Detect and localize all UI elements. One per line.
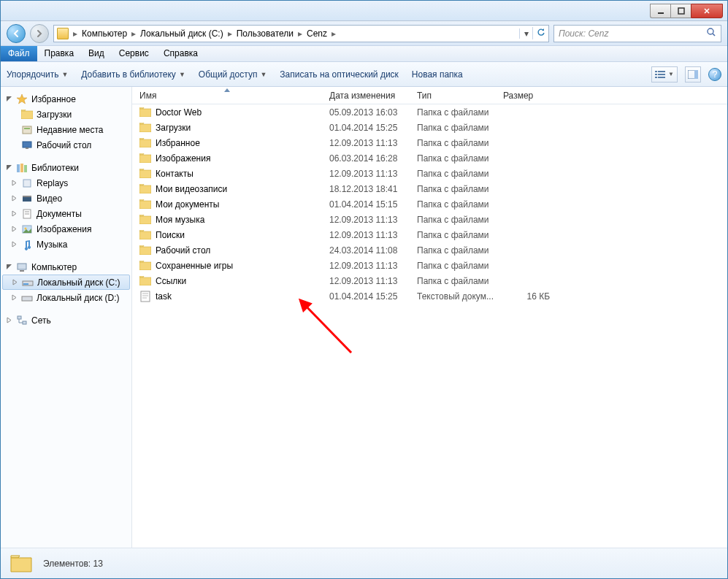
menu-view[interactable]: Вид [81,46,112,61]
file-row[interactable]: Мои документы01.04.2014 15:15Папка с фай… [132,196,727,212]
expand-icon[interactable] [10,225,18,233]
view-mode-button[interactable]: ▼ [651,66,678,83]
file-row[interactable]: Сохраненные игры12.09.2013 11:13Папка с … [132,258,727,273]
collapse-icon[interactable] [5,95,13,103]
tree-images[interactable]: Изображения [1,221,131,237]
tree-favorites[interactable]: Избранное [1,91,131,107]
search-input[interactable]: Поиск: Cenz [553,25,721,42]
svg-rect-6 [655,74,657,75]
address-dropdown[interactable]: ▾ [519,28,532,39]
file-type: Текстовый докум... [410,291,496,302]
menu-edit[interactable]: Правка [37,46,82,61]
folder-icon [9,552,33,575]
tree-documents[interactable]: Документы [1,206,131,221]
chevron-right-icon[interactable]: ▸ [296,28,304,39]
help-button[interactable]: ? [708,68,721,81]
svg-rect-30 [23,283,28,285]
expand-icon[interactable] [10,240,18,248]
address-bar[interactable]: ▸ Компьютер ▸ Локальный диск (C:) ▸ Поль… [53,25,549,42]
tree-network[interactable]: Сеть [1,312,131,328]
music-library-icon [21,239,33,250]
breadcrumb-computer[interactable]: Компьютер [79,28,130,39]
file-type: Папка с файлами [410,199,496,210]
column-date[interactable]: Дата изменения [322,87,410,104]
tree-computer[interactable]: Компьютер [1,259,131,275]
file-row[interactable]: Загрузки01.04.2014 15:25Папка с файлами [132,120,727,135]
file-row[interactable]: Контакты12.09.2013 11:13Папка с файлами [132,166,727,181]
file-row[interactable]: Doctor Web05.09.2013 16:03Папка с файлам… [132,104,727,120]
menu-help[interactable]: Справка [156,46,205,61]
refresh-button[interactable] [532,27,548,39]
file-row[interactable]: Рабочий стол24.03.2014 11:08Папка с файл… [132,242,727,258]
chevron-right-icon[interactable]: ▸ [72,28,79,39]
file-size: 16 КБ [496,291,562,302]
close-button[interactable] [691,4,723,18]
back-button[interactable] [7,24,26,43]
file-type: Папка с файлами [410,245,496,256]
file-type: Папка с файлами [410,169,496,179]
chevron-right-icon[interactable]: ▸ [130,28,137,39]
include-library-button[interactable]: Добавить в библиотеку▼ [81,69,185,80]
expand-icon[interactable] [10,179,18,187]
file-row[interactable]: Мои видеозаписи18.12.2013 18:41Папка с ф… [132,181,727,196]
svg-rect-18 [24,165,27,172]
expand-icon[interactable] [11,278,19,286]
file-date: 12.09.2013 11:13 [322,138,410,148]
tree-recent[interactable]: Недавние места [1,122,131,137]
breadcrumb-users[interactable]: Пользователи [234,28,296,39]
file-row[interactable]: Поиски12.09.2013 11:13Папка с файлами [132,227,727,242]
forward-button[interactable] [30,24,49,43]
expand-icon[interactable] [10,194,18,202]
svg-rect-33 [23,321,26,324]
column-size[interactable]: Размер [496,87,562,104]
tree-replays[interactable]: Replays [1,175,131,191]
file-row[interactable]: Изображения06.03.2014 16:28Папка с файла… [132,150,727,166]
star-icon [16,93,28,105]
search-placeholder: Поиск: Cenz [559,28,608,39]
network-icon [16,315,28,326]
explorer-window: ▸ Компьютер ▸ Локальный диск (C:) ▸ Поль… [0,0,728,579]
expand-icon[interactable] [10,210,18,218]
preview-pane-button[interactable] [685,66,701,83]
folder-icon [57,28,69,39]
tree-drive-c[interactable]: Локальный диск (C:) [2,275,130,290]
file-row[interactable]: Ссылки12.09.2013 11:13Папка с файлами [132,273,727,288]
file-date: 01.04.2014 15:25 [322,123,410,133]
minimize-button[interactable] [650,4,670,18]
collapse-icon[interactable] [5,164,13,172]
menu-file[interactable]: Файл [1,46,37,61]
breadcrumb-drive-c[interactable]: Локальный диск (C:) [137,28,226,39]
chevron-right-icon[interactable]: ▸ [330,28,337,39]
svg-rect-19 [23,180,31,187]
tree-downloads[interactable]: Загрузки [1,107,131,122]
expand-icon[interactable] [5,316,13,324]
tree-drive-d[interactable]: Локальный диск (D:) [1,290,131,305]
file-type: Папка с файлами [410,107,496,118]
burn-button[interactable]: Записать на оптический диск [280,69,399,80]
new-folder-button[interactable]: Новая папка [412,69,463,80]
tree-desktop[interactable]: Рабочий стол [1,137,131,153]
organize-button[interactable]: Упорядочить▼ [7,69,68,80]
tree-libraries[interactable]: Библиотеки [1,160,131,175]
file-name: Сохраненные игры [156,261,233,271]
file-list[interactable]: Doctor Web05.09.2013 16:03Папка с файлам… [132,104,727,548]
status-bar: Элементов: 13 [1,548,727,578]
collapse-icon[interactable] [5,263,13,271]
file-type: Папка с файлами [410,276,496,286]
maximize-button[interactable] [670,4,691,18]
share-button[interactable]: Общий доступ▼ [199,69,267,80]
column-name[interactable]: Имя [132,87,322,104]
tree-video[interactable]: Видео [1,191,131,206]
file-row[interactable]: Избранное12.09.2013 11:13Папка с файлами [132,135,727,150]
folder-icon [139,183,151,195]
menu-tools[interactable]: Сервис [112,46,156,61]
column-type[interactable]: Тип [410,87,496,104]
status-count: Элементов: 13 [43,559,103,569]
tree-music[interactable]: Музыка [1,237,131,252]
file-row[interactable]: task01.04.2014 15:25Текстовый докум...16… [132,288,727,304]
chevron-right-icon[interactable]: ▸ [226,28,234,39]
file-row[interactable]: Моя музыка12.09.2013 11:13Папка с файлам… [132,212,727,227]
expand-icon[interactable] [10,294,18,302]
breadcrumb-cenz[interactable]: Cenz [304,28,330,39]
file-date: 12.09.2013 11:13 [322,169,410,179]
